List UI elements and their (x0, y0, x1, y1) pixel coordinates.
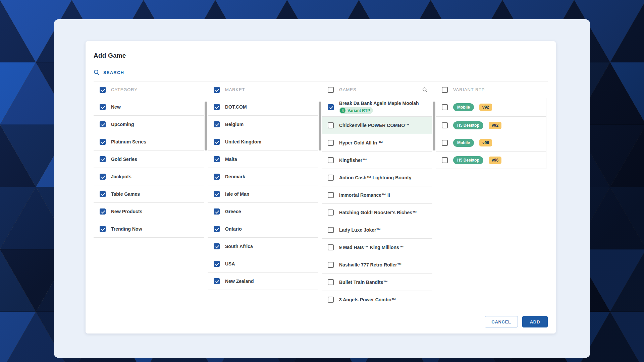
market-item[interactable]: Greece (208, 203, 318, 220)
market-scrollbar-track[interactable] (318, 98, 322, 305)
checkbox[interactable] (328, 297, 334, 303)
category-item[interactable]: New Products (94, 203, 204, 220)
market-item[interactable]: Malta (208, 150, 318, 168)
select-all-games-checkbox[interactable] (328, 87, 334, 93)
game-item[interactable]: Hyper Gold All In ™ (322, 134, 432, 152)
market-item[interactable]: DOT.COM (208, 98, 318, 116)
game-item[interactable]: 9 Mad Hats™ King Millions™ (322, 239, 432, 256)
checkbox[interactable] (214, 226, 220, 232)
game-item[interactable]: Action Cash™ Lightning Bounty (322, 169, 432, 186)
checkbox[interactable] (214, 139, 220, 145)
market-item[interactable]: United Kingdom (208, 133, 318, 150)
select-all-market-checkbox[interactable] (214, 87, 220, 93)
select-all-variant-rtp-checkbox[interactable] (442, 87, 448, 93)
market-item[interactable]: Denmark (208, 168, 318, 185)
checkbox[interactable] (328, 157, 334, 163)
checkbox[interactable] (442, 122, 448, 128)
variant-rtp-item[interactable]: Mobilev92 (436, 98, 546, 117)
add-game-modal: Add Game SEARCH CATEGORY MARKET (54, 19, 590, 358)
search-label: SEARCH (103, 70, 124, 75)
checkbox[interactable] (442, 104, 448, 110)
category-item[interactable]: Platinum Series (94, 133, 204, 150)
variant-rtp-item[interactable]: H5 Desktopv96 (436, 152, 546, 169)
category-header-label: CATEGORY (111, 87, 138, 92)
checkbox[interactable] (214, 174, 220, 180)
checkbox[interactable] (214, 156, 220, 162)
checkbox[interactable] (328, 122, 334, 128)
game-item[interactable]: Chickenville POWER COMBO™ (322, 117, 432, 134)
category-item[interactable]: Upcoming (94, 116, 204, 133)
checkbox[interactable] (328, 140, 334, 146)
checkbox[interactable] (100, 156, 106, 162)
market-item[interactable]: USA (208, 255, 318, 273)
game-item[interactable]: Hatching Gold! Rooster's Riches™ (322, 204, 432, 221)
checkbox[interactable] (328, 262, 334, 268)
games-header: GAMES (322, 81, 432, 98)
item-label: New Products (111, 209, 142, 214)
item-label: Jackpots (111, 174, 131, 179)
checkbox[interactable] (214, 121, 220, 127)
game-item[interactable]: Lady Luxe Joker™ (322, 221, 432, 239)
checkbox[interactable] (328, 227, 334, 233)
category-item[interactable]: Trending Now (94, 220, 204, 238)
game-item[interactable]: 3 Angels Power Combo™ (322, 291, 432, 305)
checkbox[interactable] (214, 278, 220, 284)
rtp-version-badge: v92 (489, 122, 501, 129)
cancel-button[interactable]: CANCEL (485, 316, 518, 327)
checkbox[interactable] (328, 279, 334, 285)
checkbox[interactable] (442, 140, 448, 146)
games-search-icon[interactable] (422, 87, 428, 93)
item-label: New Zealand (225, 279, 254, 284)
checkbox[interactable] (100, 174, 106, 180)
checkbox[interactable] (214, 261, 220, 267)
add-button[interactable]: ADD (522, 316, 548, 327)
checkbox[interactable] (100, 139, 106, 145)
category-item[interactable]: New (94, 98, 204, 116)
checkbox[interactable] (100, 121, 106, 127)
market-scrollbar-thumb[interactable] (319, 102, 321, 150)
checkbox[interactable] (328, 104, 334, 110)
checkbox[interactable] (328, 175, 334, 181)
game-item[interactable]: Kingfisher™ (322, 152, 432, 169)
game-item[interactable]: Bullet Train Bandits™ (322, 274, 432, 291)
checkbox[interactable] (100, 191, 106, 197)
checkbox[interactable] (214, 208, 220, 215)
checkbox[interactable] (328, 244, 334, 250)
game-item[interactable]: Break Da Bank Again Maple Moolah4Variant… (322, 98, 432, 117)
game-text: Chickenville POWER COMBO™ (339, 123, 410, 128)
checkbox[interactable] (100, 226, 106, 232)
item-label: Platinum Series (111, 139, 146, 144)
rtp-version-badge: v92 (479, 104, 492, 111)
item-label: Action Cash™ Lightning Bounty (339, 175, 411, 180)
category-item[interactable]: Jackpots (94, 168, 204, 185)
category-item[interactable]: Gold Series (94, 150, 204, 168)
games-scrollbar-thumb[interactable] (433, 102, 435, 150)
checkbox[interactable] (100, 208, 106, 215)
select-all-category-checkbox[interactable] (100, 87, 106, 93)
checkbox[interactable] (328, 192, 334, 198)
market-list: DOT.COMBelgiumUnited KingdomMaltaDenmark… (208, 98, 318, 305)
category-scrollbar-thumb[interactable] (205, 102, 207, 150)
games-scrollbar-track[interactable] (432, 98, 436, 305)
checkbox[interactable] (442, 157, 448, 163)
checkbox[interactable] (100, 104, 106, 110)
game-item[interactable]: Immortal Romance™ II (322, 186, 432, 204)
checkbox[interactable] (214, 243, 220, 249)
game-item[interactable]: Nashville 777 Retro Roller™ (322, 256, 432, 274)
checkbox[interactable] (328, 209, 334, 216)
variant-rtp-item[interactable]: H5 Desktopv92 (436, 117, 546, 134)
market-item[interactable]: New Zealand (208, 273, 318, 290)
market-item[interactable]: Belgium (208, 116, 318, 133)
games-list: Break Da Bank Again Maple Moolah4Variant… (322, 98, 432, 305)
category-item[interactable]: Table Games (94, 185, 204, 203)
market-item[interactable]: South Africa (208, 238, 318, 255)
checkbox[interactable] (214, 191, 220, 197)
market-item[interactable]: Ontario (208, 220, 318, 238)
variant-rtp-item[interactable]: Mobilev96 (436, 134, 546, 152)
search-toggle[interactable]: SEARCH (94, 69, 137, 75)
item-label: Isle of Man (225, 191, 249, 197)
rtp-version-badge: v96 (489, 157, 501, 164)
checkbox[interactable] (214, 104, 220, 110)
market-item[interactable]: Isle of Man (208, 185, 318, 203)
category-scrollbar-track[interactable] (204, 98, 208, 305)
